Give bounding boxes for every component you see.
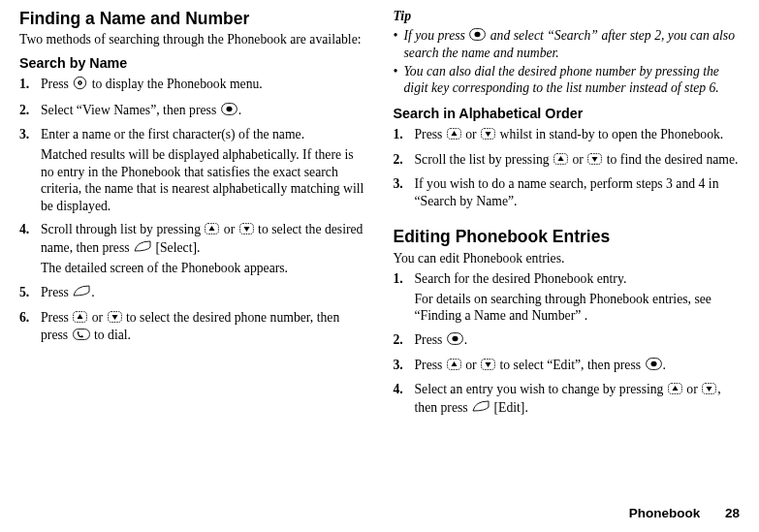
up-key-icon <box>73 310 87 328</box>
down-key-icon <box>481 127 495 144</box>
list-item: 1. Press to display the Phonebook menu. <box>19 76 366 98</box>
list-item: 4. Scroll through list by pressing or to… <box>19 221 366 280</box>
step-text: Matched results will be displayed alphab… <box>41 146 366 214</box>
down-key-icon <box>702 382 716 399</box>
step-text: Press or to select the desired phone num… <box>41 309 366 345</box>
softkey-left-icon <box>472 400 490 418</box>
step-number: 2. <box>19 102 41 123</box>
heading-finding: Finding a Name and Number <box>19 8 366 29</box>
tip-text: You can also dial the desired phone numb… <box>404 63 741 97</box>
list-item: 3. Enter a name or the first character(s… <box>19 126 366 217</box>
softkey-left-icon <box>73 285 90 302</box>
down-key-icon <box>239 222 254 239</box>
softkey-left-icon <box>134 240 151 258</box>
svg-point-27 <box>452 336 458 341</box>
call-key-icon <box>73 328 90 345</box>
page-footer: Phonebook 28 <box>629 505 740 521</box>
up-key-icon <box>553 152 568 170</box>
step-text: Press or to select “Edit”, then press . <box>415 357 741 375</box>
down-key-icon <box>481 358 495 375</box>
intro-text: Two methods of searching through the Pho… <box>19 31 366 48</box>
svg-point-6 <box>226 107 232 111</box>
svg-point-17 <box>475 31 481 36</box>
svg-marker-23 <box>558 156 564 161</box>
step-text: The detailed screen of the Phonebook app… <box>41 260 366 277</box>
tip-text: If you press and select “Search” after s… <box>404 27 741 62</box>
list-item: 2. Select “View Names”, then press . <box>19 102 366 123</box>
step-text: Press or whilst in stand-by to open the … <box>415 126 741 144</box>
step-number: 2. <box>394 331 415 353</box>
svg-marker-3 <box>79 80 82 82</box>
down-key-icon <box>587 152 602 170</box>
tip-list: • If you press and select “Search” after… <box>394 27 741 97</box>
up-key-icon <box>447 358 461 375</box>
svg-point-0 <box>75 78 86 89</box>
svg-marker-35 <box>672 386 678 391</box>
list-item: 4. Select an entry you wish to change by… <box>394 381 741 420</box>
up-key-icon <box>668 382 682 399</box>
heading-search-by-name: Search by Name <box>19 54 366 72</box>
step-text: Select an entry you wish to change by pr… <box>415 381 741 417</box>
center-key-icon <box>447 332 463 350</box>
step-number: 5. <box>19 284 41 305</box>
up-key-icon <box>447 127 461 144</box>
nav-circle-icon <box>73 76 87 95</box>
list-item: 3. Press or to select “Edit”, then press… <box>394 357 741 378</box>
svg-marker-12 <box>78 314 83 319</box>
list-item: 6. Press or to select the desired phone … <box>19 309 366 348</box>
svg-point-33 <box>650 360 656 365</box>
svg-marker-19 <box>451 131 457 136</box>
down-key-icon <box>108 310 122 328</box>
footer-page: 28 <box>725 506 740 520</box>
step-text: Enter a name or the first character(s) o… <box>41 126 366 143</box>
search-by-name-steps: 1. Press to display the Phonebook menu. … <box>19 76 366 348</box>
alpha-search-steps: 1. Press or whilst in stand-by to open t… <box>394 126 741 212</box>
step-number: 1. <box>394 270 415 328</box>
right-column: Tip • If you press and select “Search” a… <box>394 8 741 423</box>
list-item: 5. Press . <box>19 284 366 305</box>
step-number: 4. <box>394 381 415 420</box>
step-text: Press . <box>415 331 741 350</box>
svg-marker-31 <box>486 362 491 367</box>
step-text: Select “View Names”, then press . <box>41 102 366 120</box>
heading-editing: Editing Phonebook Entries <box>394 226 741 247</box>
step-text: Scroll through list by pressing or to se… <box>41 221 366 257</box>
list-item: 1. Search for the desired Phonebook entr… <box>394 270 741 328</box>
up-key-icon <box>205 222 219 239</box>
svg-marker-14 <box>111 315 117 320</box>
step-number: 6. <box>19 309 41 348</box>
step-number: 4. <box>19 221 41 280</box>
heading-alpha-search: Search in Alphabetical Order <box>394 105 741 122</box>
list-item: • You can also dial the desired phone nu… <box>394 63 741 97</box>
svg-rect-15 <box>73 329 89 340</box>
step-number: 3. <box>394 357 415 378</box>
edit-intro: You can edit Phonebook entries. <box>394 250 741 267</box>
svg-marker-21 <box>486 132 491 137</box>
footer-section: Phonebook <box>629 506 701 520</box>
bullet: • <box>394 27 404 62</box>
step-text: For details on searching through Phonebo… <box>415 291 741 325</box>
step-text: Press . <box>41 284 366 302</box>
list-item: 1. Press or whilst in stand-by to open t… <box>394 126 741 147</box>
step-text: Press to display the Phonebook menu. <box>41 76 366 95</box>
edit-steps: 1. Search for the desired Phonebook entr… <box>394 270 741 420</box>
step-text: Search for the desired Phonebook entry. <box>415 270 741 288</box>
center-key-icon <box>469 28 486 46</box>
center-key-icon <box>646 358 662 375</box>
step-number: 2. <box>394 151 415 172</box>
svg-marker-25 <box>592 157 598 162</box>
svg-marker-8 <box>209 226 215 231</box>
list-item: 2. Press . <box>394 331 741 353</box>
step-number: 3. <box>19 126 41 217</box>
svg-marker-37 <box>707 387 712 391</box>
svg-marker-10 <box>243 227 249 232</box>
list-item: • If you press and select “Search” after… <box>394 27 741 62</box>
svg-marker-4 <box>79 84 82 86</box>
bullet: • <box>394 63 404 97</box>
step-number: 1. <box>19 76 41 98</box>
center-key-icon <box>221 103 237 120</box>
svg-marker-29 <box>451 361 457 366</box>
step-number: 3. <box>394 175 415 212</box>
step-number: 1. <box>394 126 415 147</box>
step-text: If you wish to do a name search, perform… <box>415 175 741 209</box>
